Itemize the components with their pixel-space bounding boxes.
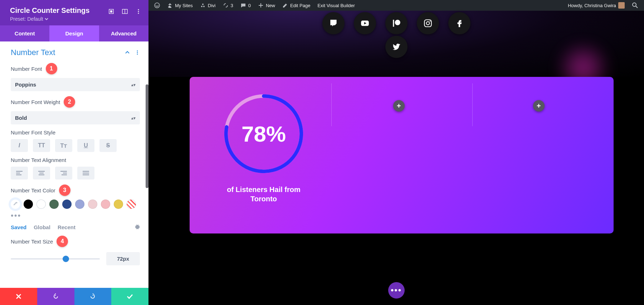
label-text-size: Number Text Size 4 [11,236,140,247]
swatch-eyedropper[interactable] [11,200,20,209]
scrollbar-thumb[interactable] [146,84,148,188]
label-number-font-style: Number Font Style [11,129,140,136]
comments[interactable]: 0 [238,3,254,8]
swatch-periwinkle[interactable] [75,200,84,209]
swatch-blush[interactable] [88,200,97,209]
svg-point-8 [137,52,138,53]
columns-icon[interactable] [122,9,128,14]
kebab-icon[interactable] [135,50,140,55]
svg-point-6 [138,13,139,14]
badge-2: 2 [64,96,75,108]
style-italic[interactable]: I [11,139,28,152]
chevron-down-icon [45,17,48,21]
svg-point-5 [138,11,139,12]
circle-counter[interactable]: 78% of Listeners Hail fromToronto [222,92,306,203]
patreon-icon[interactable] [385,12,408,34]
svg-point-33 [429,21,430,22]
my-sites[interactable]: My Sites [164,3,196,8]
align-left[interactable] [11,167,28,179]
weight-select[interactable]: Bold ▴▾ [11,111,140,124]
twitch-icon[interactable] [322,12,345,34]
svg-point-30 [395,20,400,25]
swatch-green[interactable] [49,200,59,209]
color-tab-saved[interactable]: Saved [11,224,26,230]
style-strike[interactable]: S [99,139,117,152]
svg-line-27 [636,6,638,8]
instagram-icon[interactable] [417,12,439,34]
gear-icon[interactable] [134,224,140,231]
preset-dropdown[interactable]: Preset: Default [10,16,89,22]
svg-point-4 [138,9,139,10]
tab-design[interactable]: Design [49,25,99,41]
builder-fab[interactable]: ••• [388,282,405,299]
style-underline[interactable]: U [77,139,94,152]
search-icon[interactable] [629,2,641,9]
font-style-buttons: I TT Tᴛ U S [11,139,140,152]
section-header[interactable]: Number Text [11,48,140,57]
avatar [618,2,625,9]
color-swatches [11,200,140,209]
updates[interactable]: 3 [220,3,236,8]
wp-logo[interactable] [151,3,163,8]
svg-point-7 [137,50,138,51]
style-smallcaps[interactable]: Tᴛ [55,139,72,152]
section-title: Number Text [11,48,55,57]
swatch-pink[interactable] [101,200,110,209]
add-module-button[interactable]: + [533,100,545,112]
alignment-buttons [11,167,140,179]
svg-rect-29 [393,20,394,27]
exit-visual-builder[interactable]: Exit Visual Builder [314,3,358,8]
style-uppercase[interactable]: TT [33,139,50,152]
swatch-navy[interactable] [62,200,72,209]
swatch-transparent[interactable] [127,200,136,209]
tab-advanced[interactable]: Advanced [99,25,148,41]
expand-icon[interactable] [108,9,114,14]
youtube-icon[interactable] [354,12,376,34]
badge-4: 4 [57,236,68,247]
align-right[interactable] [55,167,72,179]
save-button[interactable] [111,288,148,305]
stage-column-1: 78% of Listeners Hail fromToronto [190,77,331,233]
social-row [271,11,522,34]
swatch-black[interactable] [24,200,33,209]
site-divi[interactable]: Divi [197,3,219,8]
svg-point-25 [202,4,204,5]
redo-button[interactable] [74,288,112,305]
panel-header: Circle Counter Settings Preset: Default [0,0,148,25]
tab-content[interactable]: Content [0,25,49,41]
font-select[interactable]: Poppins ▴▾ [11,78,140,91]
undo-button[interactable] [37,288,74,305]
more-swatches-icon[interactable]: ••• [11,211,140,220]
kebab-icon[interactable] [136,9,141,14]
settings-panel: Circle Counter Settings Preset: Default … [0,0,148,305]
color-tab-recent[interactable]: Recent [58,224,75,230]
svg-point-23 [201,6,203,7]
twitter-icon[interactable] [385,36,408,58]
size-slider[interactable] [11,258,100,260]
size-input[interactable] [106,252,140,265]
label-number-font: Number Font 1 [11,63,140,74]
wp-admin-bar: My Sites Divi 3 0 New Edit Page Exit Vis… [148,0,644,11]
howdy-user[interactable]: Howdy, Christina Gwira [565,2,628,9]
panel-tabs: Content Design Advanced [0,25,148,41]
align-justify[interactable] [77,167,94,179]
preview-area: My Sites Divi 3 0 New Edit Page Exit Vis… [148,0,644,305]
panel-title: Circle Counter Settings [10,6,89,15]
svg-point-26 [633,3,636,6]
align-center[interactable] [33,167,50,179]
facebook-icon[interactable] [448,12,470,34]
add-module-button[interactable]: + [393,100,405,112]
new[interactable]: New [255,3,278,8]
badge-1: 1 [46,63,57,74]
color-tab-global[interactable]: Global [34,224,50,230]
font-select-value: Poppins [15,82,36,88]
swatch-white[interactable] [36,200,46,209]
edit-page[interactable]: Edit Page [279,3,313,8]
slider-thumb[interactable] [63,256,69,262]
close-button[interactable] [0,288,37,305]
chevron-up-icon[interactable] [125,50,130,55]
swatch-gold[interactable] [114,200,123,209]
panel-body: Number Text Number Font 1 Poppins ▴▾ Num… [0,41,148,288]
badge-3: 3 [59,185,70,196]
updown-icon: ▴▾ [131,117,136,119]
